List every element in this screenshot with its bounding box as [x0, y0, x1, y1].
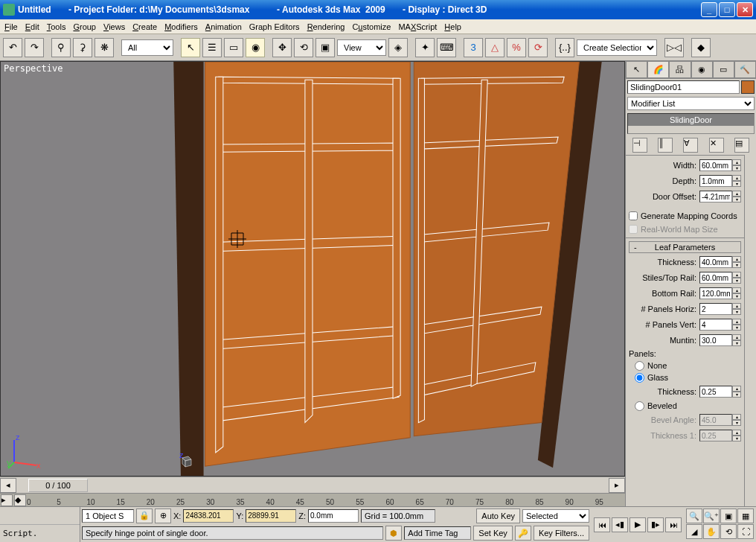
depth-spin-up[interactable]: ▴	[732, 175, 741, 181]
panels-vert-input[interactable]	[699, 319, 732, 331]
maximize-viewport-button[interactable]: ⛶	[737, 524, 754, 539]
menu-tools[interactable]: Tools	[47, 22, 66, 31]
scale-button[interactable]: ▣	[315, 38, 335, 57]
viewport-perspective[interactable]: Perspective	[0, 61, 625, 476]
menu-create[interactable]: Create	[132, 22, 157, 31]
select-by-name-button[interactable]: ☰	[202, 38, 222, 57]
goto-start-button[interactable]: ⏮	[594, 517, 610, 532]
panels-none-radio[interactable]	[635, 361, 644, 371]
ref-coord-dropdown[interactable]: View	[337, 39, 386, 56]
maximize-button[interactable]: □	[719, 2, 735, 17]
minimize-button[interactable]: _	[701, 2, 717, 17]
comm-center-button[interactable]: ⬢	[385, 526, 402, 541]
modifier-list-dropdown[interactable]: Modifier List	[627, 97, 755, 110]
menu-edit[interactable]: Edit	[25, 22, 39, 31]
trackbar-expand-button[interactable]: ▸	[1, 494, 13, 506]
modify-tab[interactable]: 🌈	[647, 61, 669, 78]
select-button[interactable]: ↖	[181, 38, 200, 57]
x-coord[interactable]: 24838.201	[183, 509, 234, 523]
object-name-input[interactable]	[627, 80, 740, 94]
fov-button[interactable]: ◢	[686, 524, 702, 539]
motion-tab[interactable]: ◉	[691, 61, 713, 78]
create-tab[interactable]: ↖	[626, 61, 647, 78]
menu-customize[interactable]: Customize	[352, 22, 391, 31]
width-spin-up[interactable]: ▴	[732, 159, 741, 165]
offset-spin-down[interactable]: ▾	[732, 197, 741, 203]
door-offset-input[interactable]	[699, 191, 732, 203]
absolute-transform-button[interactable]: ⊕	[155, 508, 171, 523]
leaf-params-rollout[interactable]: Leaf Parameters	[629, 241, 741, 253]
undo-button[interactable]: ↶	[3, 38, 22, 57]
muntin-input[interactable]	[699, 334, 732, 346]
menu-animation[interactable]: Animation	[205, 22, 242, 31]
named-sel-edit-button[interactable]: {..}	[555, 38, 574, 57]
unlink-button[interactable]: ⚳	[73, 38, 92, 57]
stiles-input[interactable]	[699, 272, 732, 284]
timeslider-right-button[interactable]: ▸	[609, 478, 625, 493]
align-button[interactable]: ◆	[691, 38, 711, 57]
hierarchy-tab[interactable]: 品	[669, 61, 691, 78]
zoom-extents-button[interactable]: ▣	[720, 508, 737, 523]
angle-snap-button[interactable]: △	[485, 38, 504, 57]
window-crossing-button[interactable]: ◉	[246, 38, 265, 57]
play-button[interactable]: ▶	[630, 517, 646, 532]
link-button[interactable]: ⚲	[51, 38, 71, 57]
width-spin-down[interactable]: ▾	[732, 165, 741, 171]
next-frame-button[interactable]: ▮▸	[647, 517, 664, 532]
menu-group[interactable]: Group	[73, 22, 96, 31]
keymode-dropdown[interactable]: Selected	[522, 509, 589, 523]
close-button[interactable]: ✕	[737, 2, 753, 17]
bottom-rail-input[interactable]	[699, 287, 732, 299]
y-coord[interactable]: 28899.91	[246, 509, 296, 523]
selection-filter-dropdown[interactable]: All	[121, 39, 173, 56]
make-unique-button[interactable]: ∀	[683, 138, 698, 153]
zoom-all-button[interactable]: 🔍⁺	[703, 508, 720, 523]
menu-maxscript[interactable]: MAXScript	[398, 22, 437, 31]
leaf-thickness-input[interactable]	[699, 256, 732, 268]
menu-graph[interactable]: Graph Editors	[249, 22, 300, 31]
time-slider-handle[interactable]: 0 / 100	[28, 479, 88, 492]
panels-horiz-input[interactable]	[699, 303, 732, 315]
zoom-extents-all-button[interactable]: ▦	[737, 508, 754, 523]
panels-glass-radio[interactable]	[635, 373, 644, 383]
add-time-tag[interactable]: Add Time Tag	[404, 526, 471, 540]
trackbar[interactable]: ▸ ◆ 051015202530354045505560657075808590…	[0, 493, 625, 506]
pivot-center-button[interactable]: ◈	[388, 38, 408, 57]
snap-toggle-button[interactable]: 3	[464, 38, 483, 57]
configure-sets-button[interactable]: ▤	[734, 138, 749, 153]
percent-snap-button[interactable]: %	[507, 38, 526, 57]
remove-modifier-button[interactable]: ✕	[709, 138, 724, 153]
menu-file[interactable]: File	[4, 22, 18, 31]
mirror-button[interactable]: ▷◁	[664, 38, 684, 57]
object-color-swatch[interactable]	[741, 80, 755, 94]
pin-stack-button[interactable]: ⊣	[632, 138, 647, 153]
pan-button[interactable]: ✋	[703, 524, 720, 539]
trackbar-keys-button[interactable]: ◆	[14, 494, 26, 506]
keyfilters-button[interactable]: Key Filters...	[534, 526, 589, 541]
key-icon-button[interactable]: 🔑	[515, 526, 531, 541]
spinner-snap-button[interactable]: ⟳	[528, 38, 548, 57]
time-slider[interactable]: ◂ 0 / 100 ▸	[0, 476, 625, 493]
select-region-button[interactable]: ▭	[224, 38, 243, 57]
move-button[interactable]: ✥	[272, 38, 292, 57]
offset-spin-up[interactable]: ▴	[732, 191, 741, 197]
goto-end-button[interactable]: ⏭	[665, 517, 682, 532]
gen-mapping-checkbox[interactable]	[629, 211, 638, 220]
show-end-result-button[interactable]: ║	[658, 138, 673, 153]
bind-spacewarp-button[interactable]: ❋	[94, 38, 114, 57]
autokey-button[interactable]: Auto Key	[476, 508, 520, 523]
display-tab[interactable]: ▭	[713, 61, 734, 78]
depth-spin-down[interactable]: ▾	[732, 181, 741, 187]
depth-input[interactable]	[699, 175, 732, 187]
modifier-stack[interactable]: SlidingDoor	[627, 113, 755, 134]
redo-button[interactable]: ↷	[25, 38, 44, 57]
menu-help[interactable]: Help	[444, 22, 461, 31]
lock-selection-button[interactable]: 🔒	[136, 508, 153, 523]
width-input[interactable]	[699, 159, 732, 171]
menu-views[interactable]: Views	[103, 22, 125, 31]
manipulate-button[interactable]: ✦	[415, 38, 435, 57]
z-coord[interactable]: 0.0mm	[308, 509, 359, 523]
named-selection-dropdown[interactable]: Create Selection Set	[577, 39, 657, 56]
timeslider-left-button[interactable]: ◂	[0, 478, 16, 493]
orbit-button[interactable]: ⟲	[720, 524, 737, 539]
